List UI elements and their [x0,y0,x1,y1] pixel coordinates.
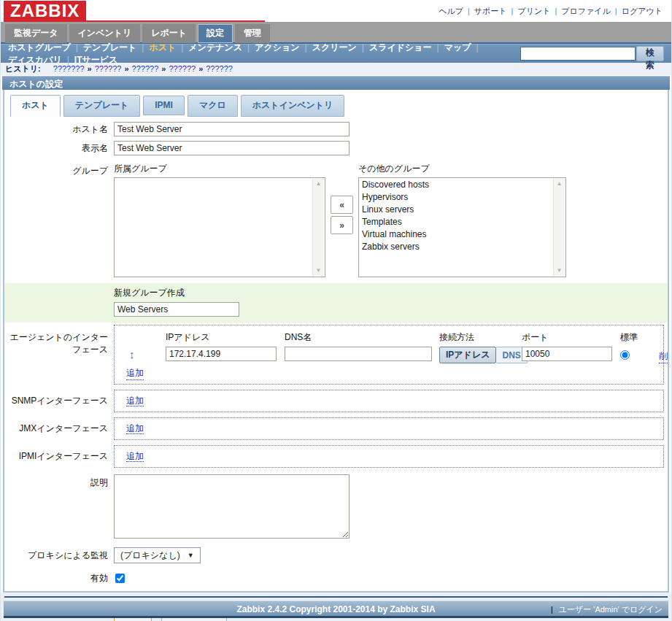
ipmi-interfaces-box: 追加 [114,445,664,468]
add-agent-interface-link[interactable]: 追加 [126,367,144,380]
search-input[interactable] [520,47,636,61]
content-panel: ホストテンプレートIPMIマクロホストインベントリ ホスト名 表示名 グループ … [3,90,669,593]
connect-ip-button[interactable]: IPアドレス [439,347,496,363]
sub-nav-templates[interactable]: テンプレート [83,42,136,53]
footer-bar: Zabbix 2.4.2 Copyright 2001-2014 by Zabb… [4,601,668,618]
footer-separator: | [551,605,553,614]
header-link-profile[interactable]: プロファイル [561,7,611,15]
main-nav-administration[interactable]: 管理 [235,24,270,43]
scroll-up-icon[interactable]: ▲ [557,179,563,189]
jmx-interfaces-box: 追加 [114,417,664,440]
proxy-select[interactable]: (プロキシなし) ▼ [114,547,201,563]
new-group-label: 新規グループ作成 [114,287,668,299]
other-groups-list[interactable]: Discovered hostsHypervisorsLinux servers… [358,177,566,277]
group-option[interactable]: Zabbix servers [359,241,552,253]
sub-nav-separator: | [437,42,439,53]
header-link-separator: | [615,7,617,15]
history-link[interactable]: ?????? [95,64,122,73]
main-nav-monitoring[interactable]: 監視データ [5,24,67,43]
sub-nav-separator: | [476,42,479,53]
new-group-input[interactable] [114,302,239,317]
sub-nav-screens[interactable]: スクリーン [312,42,357,53]
proxy-selected-value: (プロキシなし) [120,549,180,562]
tab-host[interactable]: ホスト [10,95,61,117]
in-groups-label: 所属グループ [114,163,325,175]
ip-column-header: IPアドレス [166,330,209,344]
tab-macros[interactable]: マクロ [188,95,238,117]
visible-name-input[interactable] [114,141,349,155]
form-separator [4,596,668,598]
add-snmp-interface-link[interactable]: 追加 [126,396,144,406]
sub-nav: ホストグループ|テンプレート|ホスト|メンテナンス|アクション|スクリーン|スラ… [1,44,671,63]
interface-port-input[interactable] [522,347,612,361]
footer-user: ユーザー 'Admin' でログイン [559,605,663,614]
main-nav-reports[interactable]: レポート [142,24,196,43]
host-name-input[interactable] [114,122,349,136]
drag-handle-icon[interactable]: ↕ [129,347,135,360]
dropdown-caret-icon: ▼ [188,552,194,559]
other-groups-scrollbar[interactable]: ▲▼ [553,179,565,276]
sub-nav-separator: | [76,42,78,53]
sub-nav-maps[interactable]: マップ [444,42,471,53]
group-option[interactable]: Virtual machines [359,228,552,241]
sub-nav-slideshows[interactable]: スライドショー [369,42,432,53]
group-move-controls: « » [331,196,353,236]
remove-interface-link[interactable]: 削 [659,350,668,363]
search-button[interactable]: 検索 [636,46,664,61]
header-link-support[interactable]: サポート [474,7,507,15]
top-links: ヘルプ|サポート|プリント|プロファイル|ログアウト [439,6,663,17]
move-to-in-button[interactable]: « [331,196,353,214]
sub-nav-separator: | [362,42,364,53]
group-option[interactable]: Hypervisors [359,191,552,204]
dns-column-header: DNS名 [285,330,312,344]
history-link[interactable]: ?????? [132,64,159,73]
scroll-down-icon[interactable]: ▼ [316,266,322,276]
default-column-header: 標準 [620,330,638,344]
history-link[interactable]: ?????? [206,64,233,73]
description-textarea[interactable] [114,474,349,539]
history-separator: » [124,64,128,73]
history-link[interactable]: ?????? [169,64,196,73]
enabled-checkbox[interactable] [115,574,125,583]
in-groups-list[interactable]: ▲▼ [114,177,325,277]
sub-nav-hosts[interactable]: ホスト [149,42,176,53]
sub-nav-maintenance[interactable]: メンテナンス [188,42,242,53]
snmp-interfaces-label: SNMPインターフェース [4,390,114,407]
interface-ip-input[interactable] [166,347,277,361]
group-option[interactable]: Discovered hosts [359,179,552,191]
main-nav: 監視データインベントリレポート設定管理 [1,22,671,42]
header-link-help[interactable]: ヘルプ [439,7,463,15]
sub-nav-actions[interactable]: アクション [255,42,299,53]
add-jmx-interface-link[interactable]: 追加 [126,423,144,434]
groups-label: グループ [4,163,114,177]
tab-host-inventory[interactable]: ホストインベントリ [241,95,345,117]
zabbix-logo[interactable]: ZABBIX [4,1,86,20]
group-option[interactable]: Linux servers [359,204,552,216]
history-label: ヒストリ: [5,64,41,73]
tab-templates[interactable]: テンプレート [63,95,140,117]
scroll-down-icon[interactable]: ▼ [557,266,563,276]
in-groups-scrollbar[interactable]: ▲▼ [312,179,324,276]
header-link-logout[interactable]: ログアウト [622,7,663,15]
add-ipmi-interface-link[interactable]: 追加 [126,451,144,462]
interface-dns-input[interactable] [285,347,432,361]
history-separator: » [198,64,203,73]
page-title: ホストの設定 [2,76,670,90]
scroll-up-icon[interactable]: ▲ [316,179,322,189]
interface-header-row: IPアドレス DNS名 接続方法 ポート 標準 [115,330,663,344]
port-column-header: ポート [522,330,549,344]
tab-ipmi[interactable]: IPMI [143,96,185,115]
new-group-band: 新規グループ作成 [4,283,668,323]
main-nav-inventory[interactable]: インベントリ [69,24,141,43]
sub-nav-host-groups[interactable]: ホストグループ [8,42,71,53]
header-link-separator: | [511,7,514,15]
group-option[interactable]: Templates [359,216,552,228]
history-link[interactable]: ??????? [53,64,85,73]
sub-nav-separator: | [247,42,250,53]
move-to-other-button[interactable]: » [331,216,353,234]
header-link-print[interactable]: プリント [517,7,550,15]
default-interface-radio[interactable] [620,350,630,360]
logo-underline [4,20,265,22]
groups-area: 所属グループ ▲▼ « » その他のグループ Discovered host [114,163,566,277]
main-nav-configuration[interactable]: 設定 [198,24,233,43]
